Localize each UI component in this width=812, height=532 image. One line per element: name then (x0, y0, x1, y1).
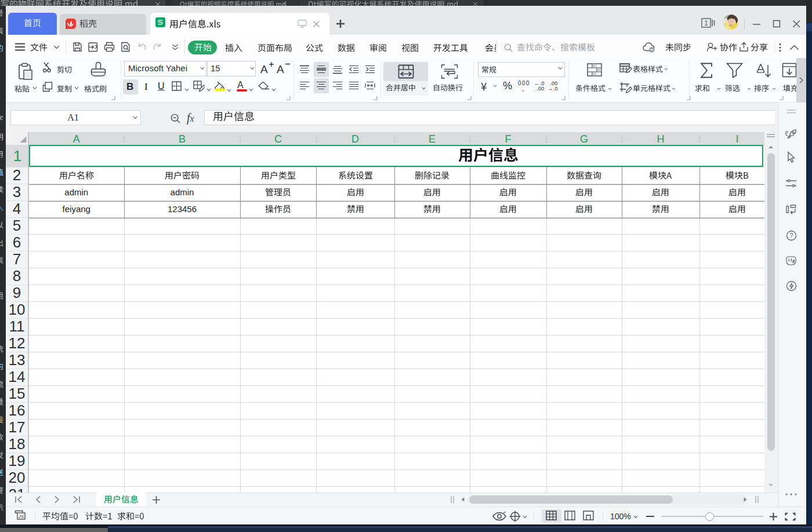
svg-text:0: 0 (518, 80, 521, 86)
svg-text:0: 0 (526, 80, 530, 86)
svg-text:1: 1 (704, 19, 708, 27)
svg-text:?: ? (789, 232, 793, 239)
svg-text:.00: .00 (536, 85, 544, 92)
svg-text:→.0: →.0 (548, 85, 557, 92)
svg-text:JS: JS (18, 514, 24, 519)
svg-text:,: , (522, 84, 524, 92)
svg-text:i: i (787, 204, 788, 206)
